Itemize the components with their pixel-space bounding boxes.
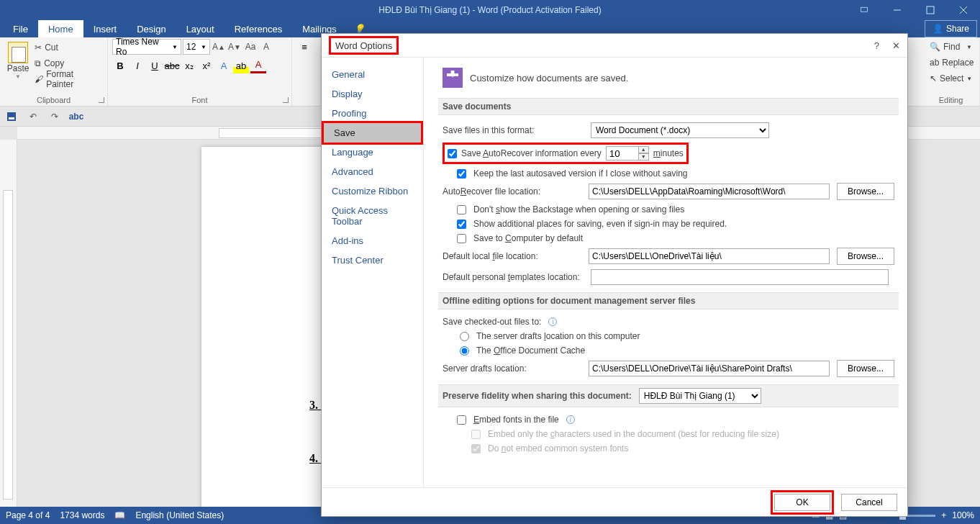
shrink-font-button[interactable]: A▼ bbox=[227, 39, 242, 55]
ok-highlight: OK bbox=[771, 490, 834, 515]
info-icon[interactable]: i bbox=[548, 317, 557, 326]
format-painter-button[interactable]: 🖌Format Painter bbox=[35, 72, 100, 86]
server-drafts-loc-label: Server drafts location: bbox=[443, 363, 581, 374]
maximize-button[interactable] bbox=[914, 0, 947, 20]
ok-button[interactable]: OK bbox=[774, 494, 830, 511]
svg-rect-6 bbox=[9, 117, 14, 119]
minimize-button[interactable] bbox=[881, 0, 914, 20]
font-color-button[interactable]: A bbox=[250, 58, 266, 73]
ribbon-options-icon[interactable] bbox=[848, 0, 881, 20]
zoom-level[interactable]: 100% bbox=[952, 510, 974, 520]
font-size-combo[interactable]: 12▼ bbox=[183, 39, 210, 55]
server-drafts-input[interactable] bbox=[589, 361, 830, 376]
nav-general[interactable]: General bbox=[322, 65, 423, 84]
tab-layout[interactable]: Layout bbox=[176, 20, 224, 37]
save-header-icon bbox=[443, 68, 463, 88]
bullets-button[interactable]: ≡ bbox=[296, 39, 312, 55]
copy-button[interactable]: ⧉Copy bbox=[35, 56, 100, 71]
server-drafts-browse-button[interactable]: Browse... bbox=[837, 360, 894, 377]
info-icon[interactable]: i bbox=[566, 415, 575, 424]
bold-button[interactable]: B bbox=[112, 58, 128, 73]
nav-addins[interactable]: Add-ins bbox=[322, 231, 423, 250]
italic-button[interactable]: I bbox=[130, 58, 145, 73]
ar-loc-input[interactable] bbox=[589, 184, 830, 199]
cut-button[interactable]: ✂Cut bbox=[35, 40, 100, 55]
nav-language[interactable]: Language bbox=[322, 143, 423, 162]
zoom-in-button[interactable]: + bbox=[941, 510, 946, 520]
dialog-help-button[interactable]: ? bbox=[874, 40, 879, 51]
save-format-combo[interactable]: Word Document (*.docx) bbox=[591, 122, 769, 138]
search-icon: 🔍 bbox=[930, 42, 940, 52]
keep-last-checkbox[interactable] bbox=[457, 169, 466, 179]
strikethrough-button[interactable]: abc bbox=[164, 58, 180, 73]
cancel-button[interactable]: Cancel bbox=[841, 494, 897, 511]
save-button[interactable] bbox=[3, 108, 20, 125]
dialog-close-button[interactable]: ✕ bbox=[892, 40, 900, 51]
clear-formatting-button[interactable]: A bbox=[259, 39, 273, 55]
tab-insert[interactable]: Insert bbox=[83, 20, 127, 37]
spin-up-icon[interactable]: ▲ bbox=[639, 146, 649, 153]
redo-button[interactable]: ↷ bbox=[46, 108, 63, 125]
autorecover-minutes-spinner[interactable]: ▲▼ bbox=[606, 146, 649, 161]
highlight-button[interactable]: ab bbox=[233, 58, 249, 73]
chevron-down-icon: ▼ bbox=[15, 73, 21, 80]
section-offline: Offline editing options for document man… bbox=[438, 292, 899, 310]
preserve-doc-combo[interactable]: HĐLĐ Bùi Thị Giang (1) bbox=[639, 388, 761, 404]
font-launcher-icon[interactable] bbox=[283, 97, 289, 103]
select-button[interactable]: ↖Select▼ bbox=[927, 71, 975, 86]
tab-home[interactable]: Home bbox=[38, 20, 83, 37]
autorecover-checkbox[interactable] bbox=[448, 149, 457, 158]
underline-button[interactable]: U bbox=[147, 58, 163, 73]
font-group-label: Font bbox=[108, 96, 291, 104]
chevron-down-icon: ▼ bbox=[966, 44, 972, 50]
show-additional-checkbox[interactable] bbox=[457, 220, 466, 229]
language-indicator[interactable]: English (United States) bbox=[135, 510, 224, 520]
autorecover-minutes-input[interactable] bbox=[606, 146, 639, 161]
nav-trust[interactable]: Trust Center bbox=[322, 250, 423, 270]
change-case-button[interactable]: Aa bbox=[243, 39, 258, 55]
dont-show-label: Don't show the Backstage when opening or… bbox=[473, 204, 684, 214]
window-controls bbox=[848, 0, 980, 20]
tab-file[interactable]: File bbox=[3, 20, 38, 37]
tab-references[interactable]: References bbox=[224, 20, 292, 37]
spellcheck-button[interactable]: abc bbox=[68, 108, 85, 125]
font-name-combo[interactable]: Times New Ro▼ bbox=[112, 39, 181, 55]
nav-proofing[interactable]: Proofing bbox=[322, 104, 423, 123]
tab-design[interactable]: Design bbox=[127, 20, 176, 37]
chevron-down-icon: ▼ bbox=[172, 44, 178, 50]
word-count[interactable]: 1734 words bbox=[60, 510, 104, 520]
find-label: Find bbox=[943, 42, 960, 52]
default-local-input[interactable] bbox=[589, 248, 830, 264]
undo-button[interactable]: ↶ bbox=[24, 108, 42, 125]
default-local-browse-button[interactable]: Browse... bbox=[837, 248, 894, 265]
spellcheck-status-icon[interactable]: 📖 bbox=[114, 510, 125, 520]
nav-qat[interactable]: Quick Access Toolbar bbox=[322, 201, 423, 231]
subscript-button[interactable]: x₂ bbox=[181, 58, 197, 73]
clipboard-launcher-icon[interactable] bbox=[99, 97, 104, 103]
paste-button[interactable]: Paste ▼ bbox=[4, 39, 32, 88]
superscript-button[interactable]: x² bbox=[199, 58, 214, 73]
spin-down-icon[interactable]: ▼ bbox=[639, 153, 649, 161]
page-indicator[interactable]: Page 4 of 4 bbox=[6, 510, 50, 520]
close-button[interactable] bbox=[947, 0, 980, 20]
find-button[interactable]: 🔍Find▼ bbox=[927, 39, 975, 55]
embed-fonts-checkbox[interactable] bbox=[457, 415, 466, 425]
office-cache-radio[interactable] bbox=[460, 346, 469, 356]
save-computer-checkbox[interactable] bbox=[457, 234, 466, 243]
dialog-footer: OK Cancel bbox=[322, 487, 907, 516]
ar-browse-button[interactable]: Browse... bbox=[837, 183, 894, 200]
grow-font-button[interactable]: A▲ bbox=[212, 39, 226, 55]
share-button[interactable]: 👤 Share bbox=[925, 20, 977, 37]
nav-save[interactable]: Save bbox=[322, 121, 423, 145]
text-effects-button[interactable]: A bbox=[216, 58, 232, 73]
default-personal-input[interactable] bbox=[591, 269, 889, 285]
nav-customize-ribbon[interactable]: Customize Ribbon bbox=[322, 181, 423, 201]
server-drafts-radio[interactable] bbox=[460, 332, 469, 341]
nav-display[interactable]: Display bbox=[322, 84, 423, 104]
replace-button[interactable]: abReplace bbox=[927, 55, 975, 71]
dont-show-backstage-checkbox[interactable] bbox=[457, 205, 466, 214]
dialog-content: Customize how documents are saved. Save … bbox=[424, 58, 907, 487]
keep-last-label: Keep the last autosaved version if I clo… bbox=[473, 168, 688, 179]
vertical-ruler[interactable] bbox=[0, 140, 17, 507]
nav-advanced[interactable]: Advanced bbox=[322, 162, 423, 181]
